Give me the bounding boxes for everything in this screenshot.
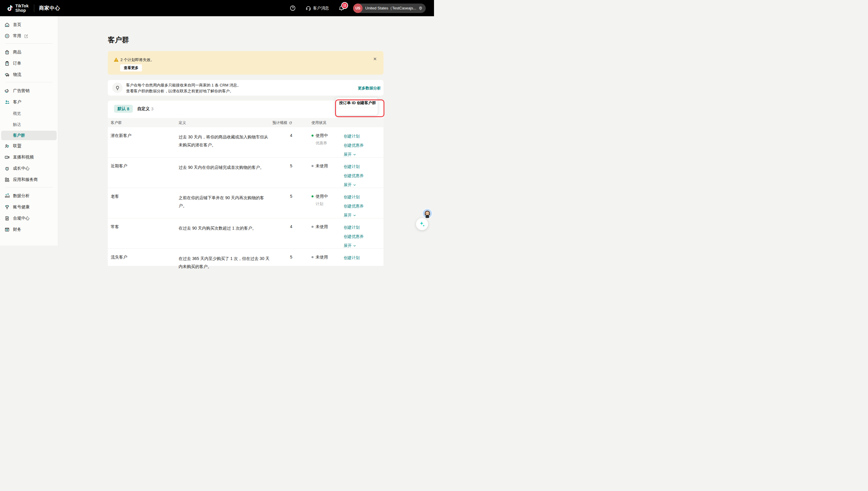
sidebar-item-apps-services[interactable]: 应用和服务商	[0, 175, 58, 184]
document-icon	[4, 216, 10, 221]
view-more-button[interactable]: 查看更多	[120, 64, 142, 71]
segment-actions: 创建计划 创建优惠券 展开	[344, 225, 364, 246]
segment-definition: 过去 90 天内在你的店铺完成首次购物的客户。	[178, 164, 272, 171]
tip-bar: 客户在每个自然周内最多只能接收来自同一商家的 1 条 CRM 消息。 查看客户群…	[108, 80, 384, 96]
table-row: 老客 之前在你的店铺下单并在 90 天内再次购物的客户。 5 使用中 计划 创建…	[108, 188, 384, 219]
expand-link[interactable]: 展开	[344, 152, 364, 157]
sidebar-item-home[interactable]: 首页	[0, 20, 58, 29]
sidebar-label: 客户	[13, 99, 21, 105]
segment-name: 老客	[111, 194, 176, 199]
sidebar-item-analytics[interactable]: 数据分析	[0, 192, 58, 200]
sidebar-item-account-health[interactable]: 账号健康	[0, 203, 58, 211]
close-icon[interactable]: ✕	[372, 56, 377, 62]
expand-link[interactable]: 展开	[344, 213, 364, 218]
sidebar-subitem-reach[interactable]: 触达	[1, 120, 57, 129]
segment-name: 近期客户	[111, 164, 176, 169]
expand-link[interactable]: 展开	[344, 243, 364, 246]
sidebar-item-logistics[interactable]: 物流	[0, 70, 58, 79]
sidebar-item-affiliate[interactable]: 联盟	[0, 142, 58, 150]
col-usage: 使用状况	[311, 120, 326, 125]
region-code-badge: US	[353, 3, 363, 13]
edit-icon[interactable]	[24, 34, 28, 38]
create-coupon-link[interactable]: 创建优惠券	[344, 234, 364, 239]
sidebar-divider	[5, 44, 53, 44]
location-pin-icon	[418, 6, 423, 10]
table-row: 近期客户 过去 90 天内在你的店铺完成首次购物的客户。 5 未使用 创建计划 …	[108, 157, 384, 188]
chevron-down-icon	[353, 183, 356, 186]
status-dot	[311, 135, 313, 137]
create-coupon-link[interactable]: 创建优惠券	[344, 173, 364, 178]
segment-size: 5	[272, 194, 292, 199]
assistant-avatar[interactable]	[423, 209, 432, 218]
create-coupon-link[interactable]: 创建优惠券	[344, 204, 364, 209]
help-icon	[290, 5, 296, 11]
home-icon	[4, 22, 10, 27]
create-plan-link[interactable]: 创建计划	[344, 134, 364, 139]
sidebar-nav: 首页 常用 商品 订单 物流 广告营销 客户 概览 触达 客户群 联盟 直播和视…	[0, 16, 58, 246]
sidebar-item-compliance[interactable]: 合规中心	[0, 214, 58, 223]
sidebar-subitem-customer-segments[interactable]: 客户群	[1, 131, 57, 140]
bag-icon	[4, 50, 10, 55]
tiktok-logo-icon	[6, 4, 13, 12]
status-sub: 优惠券	[316, 140, 328, 146]
warning-text: 2 个计划即将失效。	[120, 57, 155, 63]
segment-actions: 创建计划 创建优惠券 展开	[344, 164, 364, 192]
sidebar-item-orders[interactable]: 订单	[0, 59, 58, 68]
chevron-down-icon	[353, 153, 356, 156]
status-sub: 计划	[316, 201, 328, 206]
sidebar-label: 广告营销	[13, 88, 30, 93]
tab-default[interactable]: 默认 8	[114, 105, 133, 113]
main-content: 客户群 2 个计划即将失效。 查看更多 ✕ 客户在每个自然周内最多只能接收来自同…	[58, 16, 434, 246]
menu-item-create-by-order-id[interactable]: 按订单 ID 创建客户群	[336, 98, 377, 108]
create-plan-link[interactable]: 创建计划	[344, 225, 364, 230]
create-plan-link[interactable]: 创建计划	[344, 164, 364, 169]
megaphone-icon	[4, 88, 10, 93]
region-selector[interactable]: US United States（TestCaseajs...	[353, 3, 426, 13]
segment-actions: 创建计划 创建优惠券 展开	[344, 134, 364, 161]
tab-custom[interactable]: 自定义3	[137, 105, 153, 113]
sparkle-icon	[419, 221, 425, 228]
refresh-icon[interactable]	[289, 121, 292, 125]
segment-status: 使用中 优惠券	[311, 133, 328, 146]
customer-messages-button[interactable]: 客户消息	[306, 5, 329, 11]
tip-line1: 客户在每个自然周内最多只能接收来自同一商家的 1 条 CRM 消息。	[126, 83, 241, 88]
segment-size: 5	[272, 164, 292, 168]
header-divider	[34, 4, 34, 12]
table-row: 潜在新客户 过去 30 天内，将你的商品收藏或加入购物车但从未购买的潜在客户。 …	[108, 127, 384, 157]
sidebar-item-marketing[interactable]: 广告营销	[0, 86, 58, 95]
sidebar-label: 应用和服务商	[13, 177, 38, 182]
segment-definition: 在过去 90 天内购买次数超过 1 次的客户。	[178, 224, 272, 232]
messages-label: 客户消息	[313, 6, 329, 11]
expand-link[interactable]: 展开	[344, 182, 364, 187]
segment-size: 4	[272, 224, 292, 229]
brand-line1: TikTok	[16, 3, 29, 8]
col-size: 预计规模	[272, 120, 292, 125]
sidebar-item-finance[interactable]: 财务	[0, 225, 58, 234]
sidebar-item-growth-center[interactable]: 成长中心	[0, 164, 58, 173]
sidebar-item-favorites[interactable]: 常用	[0, 32, 58, 40]
segment-definition: 过去 30 天内，将你的商品收藏或加入购物车但从未购买的潜在客户。	[178, 133, 272, 149]
video-icon	[4, 154, 10, 160]
apps-icon	[4, 177, 10, 182]
more-analytics-link[interactable]: 更多数据分析	[358, 86, 381, 91]
status-dot	[311, 165, 313, 167]
sidebar-item-products[interactable]: 商品	[0, 48, 58, 57]
ai-assistant-button[interactable]	[416, 218, 428, 230]
segment-status: 未使用	[311, 224, 328, 230]
sidebar-subitem-overview[interactable]: 概览	[1, 109, 57, 118]
help-button[interactable]	[289, 5, 296, 12]
segment-definition: 之前在你的店铺下单并在 90 天内再次购物的客户。	[178, 194, 272, 210]
create-coupon-link[interactable]: 创建优惠券	[344, 143, 364, 148]
brand-line2: Shop	[16, 8, 26, 13]
chevron-down-icon	[353, 214, 356, 217]
sidebar-label: 财务	[13, 227, 21, 232]
sidebar-label: 账号健康	[13, 204, 30, 210]
tiktok-shop-logo[interactable]: TikTokShop	[6, 4, 29, 13]
sidebar-item-customers[interactable]: 客户	[0, 98, 58, 107]
sidebar-label: 直播和视频	[13, 154, 34, 160]
create-plan-link[interactable]: 创建计划	[344, 195, 364, 200]
warning-icon	[114, 57, 119, 62]
sidebar-item-live-video[interactable]: 直播和视频	[0, 153, 58, 162]
notifications-button[interactable]: 11	[338, 5, 345, 12]
finance-icon	[4, 227, 10, 232]
